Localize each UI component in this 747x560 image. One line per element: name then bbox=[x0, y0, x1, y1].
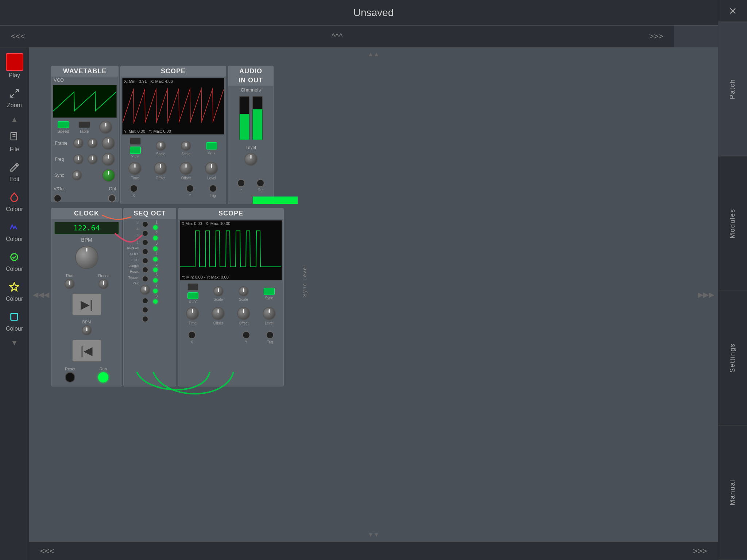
nav-down-left[interactable]: ▼ bbox=[11, 339, 18, 347]
scope-b-y-jack[interactable] bbox=[242, 331, 250, 339]
level-io-knob[interactable] bbox=[244, 153, 258, 166]
step-3-led[interactable] bbox=[153, 246, 158, 251]
offset-x-knob[interactable] bbox=[154, 162, 167, 175]
audio-out-jack[interactable] bbox=[256, 179, 264, 187]
play-backward-button[interactable]: |◀ bbox=[72, 340, 101, 362]
close-panel-button[interactable] bbox=[718, 0, 747, 22]
step-1-led[interactable] bbox=[153, 225, 158, 230]
step-6-led[interactable] bbox=[153, 278, 158, 283]
scope-b-sync-button[interactable] bbox=[264, 288, 275, 295]
seq-out-jack[interactable] bbox=[142, 316, 148, 322]
tab-manual[interactable]: Manual bbox=[718, 425, 747, 560]
colour-label-1: Colour bbox=[6, 206, 23, 213]
seq-eoc-jack[interactable] bbox=[142, 276, 148, 282]
scale-y-knob[interactable] bbox=[181, 141, 191, 151]
run-led[interactable] bbox=[98, 372, 108, 382]
seq-rng-all-jack[interactable] bbox=[142, 257, 148, 264]
table-button[interactable] bbox=[78, 121, 90, 128]
frame-knob-3[interactable] bbox=[102, 137, 115, 150]
tab-modules[interactable]: Modules bbox=[718, 156, 747, 291]
nav-up-arrow[interactable]: ^^^ bbox=[332, 32, 343, 41]
tab-patch[interactable]: Patch bbox=[718, 22, 747, 156]
scope-b-trig-jack[interactable] bbox=[266, 331, 274, 339]
step-5-led[interactable] bbox=[153, 268, 158, 272]
out-jack[interactable] bbox=[108, 194, 116, 202]
seq-jack-2[interactable] bbox=[142, 239, 148, 246]
nav-up-left[interactable]: ▲ bbox=[11, 115, 18, 124]
tab-settings[interactable]: Settings bbox=[718, 291, 747, 425]
scope-y-jack[interactable] bbox=[186, 184, 194, 192]
audio-in-jack[interactable] bbox=[237, 179, 245, 187]
scope-b-scale-x-knob[interactable] bbox=[213, 286, 224, 296]
canvas-right-arrow[interactable]: ▶▶▶ bbox=[698, 290, 714, 299]
nav-forward-arrow[interactable]: >>> bbox=[649, 32, 663, 41]
scope-trig-jack[interactable] bbox=[209, 184, 217, 192]
seq-reset: Reset bbox=[126, 270, 139, 273]
time-knob[interactable] bbox=[128, 162, 142, 175]
freq-knob-2[interactable] bbox=[88, 154, 98, 164]
scope-b-offset-x-knob[interactable] bbox=[212, 307, 225, 320]
sync-knob[interactable] bbox=[72, 170, 82, 180]
nav-forward-bottom[interactable]: >>> bbox=[693, 547, 707, 556]
bpm-bottom-knob[interactable] bbox=[82, 325, 92, 335]
scope-b-time-knob[interactable] bbox=[186, 307, 199, 320]
offset-y-knob[interactable] bbox=[179, 162, 193, 175]
xy-green-button[interactable] bbox=[130, 147, 141, 154]
sidebar-item-colour-5[interactable]: Colour bbox=[4, 307, 25, 334]
step-7-led[interactable] bbox=[153, 289, 158, 293]
canvas-down-arrow[interactable]: ▼▼ bbox=[368, 532, 379, 538]
scope-b-x-jack[interactable] bbox=[188, 331, 196, 339]
level-knob[interactable] bbox=[205, 162, 218, 175]
sidebar-item-file[interactable]: File bbox=[5, 128, 24, 155]
reset-led[interactable] bbox=[65, 372, 75, 382]
nav-back-bottom[interactable]: <<< bbox=[40, 547, 54, 556]
xy-button[interactable] bbox=[130, 137, 141, 145]
wavetable-knob-1[interactable] bbox=[99, 121, 112, 134]
sync-button[interactable] bbox=[206, 142, 217, 149]
scope-b-xy-button[interactable] bbox=[187, 283, 198, 291]
seq-jack-8[interactable] bbox=[142, 221, 148, 228]
canvas-up-arrow[interactable]: ▲▲ bbox=[368, 51, 379, 58]
freq-knob-3[interactable] bbox=[102, 153, 115, 166]
seq-reset-jack[interactable] bbox=[142, 298, 148, 304]
play-forward-button[interactable]: ▶| bbox=[72, 293, 101, 315]
scope-b-scale-y-knob[interactable] bbox=[239, 286, 249, 296]
voct-jack[interactable] bbox=[54, 194, 62, 202]
seq-length-knob[interactable] bbox=[140, 285, 150, 295]
play-button[interactable] bbox=[6, 53, 23, 71]
nav-back-arrow[interactable]: <<< bbox=[11, 32, 25, 41]
sidebar-item-colour-1[interactable]: Colour bbox=[4, 188, 25, 215]
sidebar-item-colour-3[interactable]: Colour bbox=[4, 248, 25, 275]
sync-main-knob[interactable] bbox=[102, 169, 115, 182]
step-2-led[interactable] bbox=[153, 236, 158, 240]
freq-knob-1[interactable] bbox=[73, 154, 84, 164]
sync-level-label: Sync Level bbox=[301, 226, 308, 335]
bpm-knob[interactable] bbox=[75, 246, 98, 269]
frame-knob-2[interactable] bbox=[88, 138, 98, 148]
run-top-knob[interactable] bbox=[65, 279, 75, 289]
frame-knob-1[interactable] bbox=[73, 138, 84, 148]
canvas-left-arrow[interactable]: ◀◀◀ bbox=[33, 290, 49, 299]
seq-jack-1[interactable] bbox=[142, 248, 148, 255]
sidebar-item-zoom[interactable]: Zoom bbox=[5, 84, 24, 111]
colour-label-5: Colour bbox=[6, 326, 23, 332]
step-8-led[interactable] bbox=[153, 299, 158, 304]
main-canvas[interactable]: ◀◀◀ ▶▶▶ ▲▲ ▼▼ WAVETABLE VCO Speed Table … bbox=[29, 47, 718, 542]
sidebar-item-colour-2[interactable]: Colour bbox=[4, 218, 25, 245]
sidebar-item-play[interactable]: Play bbox=[4, 51, 26, 81]
sidebar-item-colour-4[interactable]: Colour bbox=[4, 277, 25, 304]
scope-b-green-btn[interactable] bbox=[187, 292, 198, 299]
speed-button[interactable] bbox=[58, 121, 69, 128]
seq-rng-all: RNG All bbox=[126, 246, 139, 250]
reset-top-knob[interactable] bbox=[98, 279, 109, 289]
scope-b-offset-y-knob[interactable] bbox=[237, 307, 250, 320]
sidebar-item-edit[interactable]: Edit bbox=[5, 158, 24, 185]
scale-x-knob[interactable] bbox=[156, 141, 166, 151]
seq-jack-4[interactable] bbox=[142, 230, 148, 237]
seq-trigger-jack[interactable] bbox=[142, 307, 148, 313]
scope-b-level-knob[interactable] bbox=[263, 307, 276, 320]
scope-b-x-label: X bbox=[190, 340, 193, 344]
scope-x-jack[interactable] bbox=[130, 184, 138, 192]
seq-all-b1-jack[interactable] bbox=[142, 267, 148, 273]
step-4-led[interactable] bbox=[153, 257, 158, 261]
